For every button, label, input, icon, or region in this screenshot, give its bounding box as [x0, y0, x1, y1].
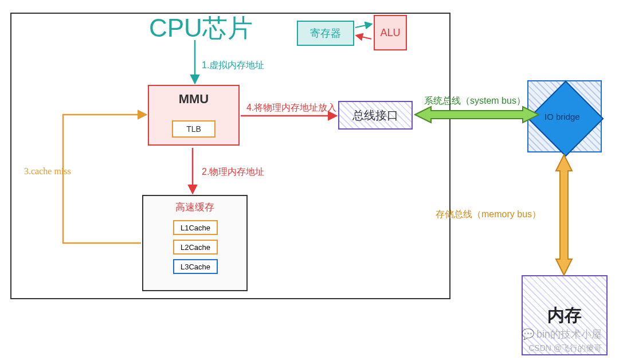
watermark2-text: CSDN @飞行的傻哥: [528, 343, 602, 353]
cache-title-label: 高速缓存: [175, 201, 214, 214]
watermark-line1: 💬bin的技术小屋: [522, 327, 602, 341]
watermark-line2: CSDN @飞行的傻哥: [528, 343, 602, 354]
memory-bus-label: 存储总线（memory bus）: [436, 209, 541, 221]
memory-bus-arrow: [556, 155, 572, 275]
l1-label: L1Cache: [181, 224, 210, 232]
system-bus-label: 系统总线（system bus）: [424, 95, 526, 107]
l3-box: L3Cache: [173, 259, 218, 274]
step3-label: 3.cache miss: [24, 166, 71, 177]
svg-marker-1: [556, 155, 572, 275]
bus-interface-box: 总线接口: [338, 101, 413, 130]
tlb-box: TLB: [172, 120, 216, 138]
alu-box: ALU: [374, 15, 407, 50]
watermark1-text: bin的技术小屋: [536, 328, 602, 340]
bus-interface-label: 总线接口: [352, 108, 398, 123]
register-label: 寄存器: [310, 26, 341, 40]
memory-label: 内存: [547, 304, 582, 327]
step1-label: 1.虚拟内存地址: [202, 60, 264, 72]
register-box: 寄存器: [297, 21, 354, 46]
tlb-label: TLB: [186, 124, 201, 134]
l2-box: L2Cache: [173, 240, 218, 255]
alu-label: ALU: [380, 27, 400, 39]
step4-label: 4.将物理内存地址放入: [246, 102, 336, 114]
l1-box: L1Cache: [173, 220, 218, 235]
l3-label: L3Cache: [181, 263, 210, 271]
io-bridge-label: IO bridge: [544, 112, 580, 122]
cpu-title: CPU芯片: [149, 11, 253, 45]
mmu-label: MMU: [179, 92, 209, 107]
l2-label: L2Cache: [181, 243, 210, 252]
step2-label: 2.物理内存地址: [202, 166, 264, 178]
